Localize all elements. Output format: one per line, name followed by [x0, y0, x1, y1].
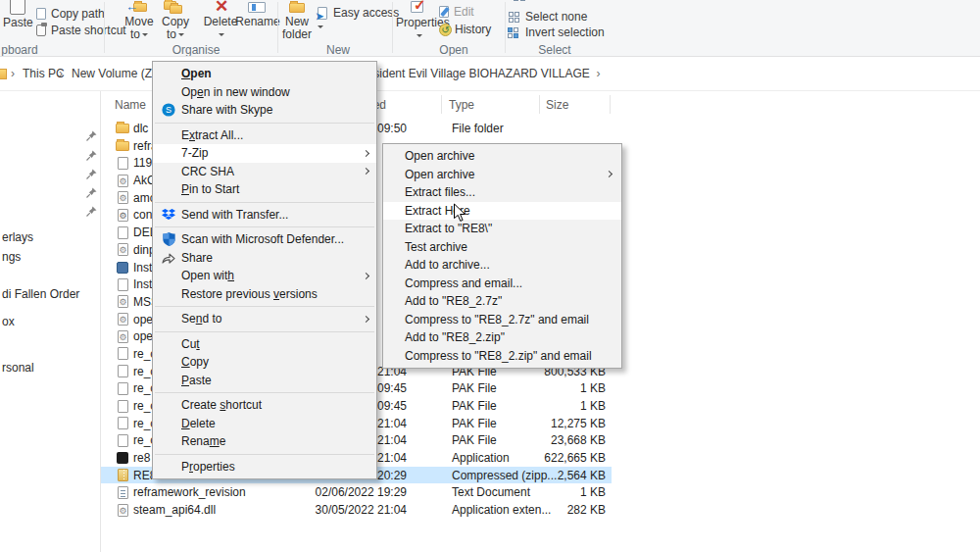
app-icon: [115, 261, 130, 275]
app-icon: [115, 451, 130, 465]
menu-separator: [153, 303, 376, 310]
zip-icon: [115, 469, 130, 482]
breadcrumb-drive[interactable]: New Volume (Z:): [72, 67, 159, 80]
sidebar-item[interactable]: di Fallen Order: [2, 287, 79, 301]
column-header-name[interactable]: Name: [115, 98, 146, 112]
defender-icon: [161, 232, 176, 247]
file-icon: [115, 399, 130, 413]
dll-icon: [115, 174, 130, 187]
history-button[interactable]: ↺ History: [439, 23, 498, 36]
move-to-button[interactable]: ← Move to: [123, 0, 155, 41]
paste-label: Paste: [3, 17, 32, 29]
file-icon: [115, 365, 130, 378]
folder-icon: [0, 69, 7, 79]
dll-icon: [115, 329, 130, 343]
pushpin-icon: [86, 169, 97, 179]
rename-icon: [248, 2, 266, 13]
submenu-item-extract-here[interactable]: Extract Here: [383, 202, 621, 221]
menu-item-delete[interactable]: Delete: [153, 415, 376, 433]
transfer-icon: [161, 207, 176, 222]
table-row[interactable]: steam_api64.dll30/05/2022 21:04Applicati…: [101, 501, 612, 519]
submenu-arrow-icon: [363, 316, 369, 323]
invert-selection-button[interactable]: Invert selection: [508, 25, 615, 39]
copy-to-button[interactable]: Copy to: [160, 0, 191, 41]
sidebar-item[interactable]: erlays: [2, 230, 33, 244]
history-icon: ↺: [439, 24, 452, 36]
properties-button[interactable]: ✓ Properties: [396, 0, 441, 42]
menu-item-send-with-transfer[interactable]: Send with Transfer...: [153, 206, 376, 225]
menu-item-copy[interactable]: Copy: [153, 353, 376, 372]
folder-icon: [115, 122, 130, 135]
menu-separator: [153, 451, 376, 458]
sidebar-item[interactable]: ngs: [2, 250, 21, 264]
submenu-item-add-to-zip[interactable]: Add to "RE8_2.zip": [383, 328, 621, 347]
dll-icon: [115, 243, 130, 257]
menu-item-open-with[interactable]: Open with: [153, 267, 376, 285]
submenu-item-test-archive[interactable]: Test archive: [383, 238, 621, 257]
submenu-item-open-archive[interactable]: Open archive: [383, 147, 621, 166]
table-row[interactable]: reframework_revision02/06/2022 19:29Text…: [101, 483, 612, 501]
pushpin-icon: [86, 150, 97, 161]
select-all-button[interactable]: [514, 0, 529, 4]
menu-item-paste[interactable]: Paste: [153, 372, 376, 390]
delete-button[interactable]: ✕ Delete: [202, 0, 239, 41]
file-icon: [115, 277, 130, 291]
file-type: File folder: [452, 122, 504, 135]
submenu-item-open-archive-as[interactable]: Open archive: [383, 166, 621, 184]
submenu-item-extract-to[interactable]: Extract to "RE8\": [383, 220, 621, 238]
submenu-item-compress-to-zip-email[interactable]: Compress to "RE8_2.zip" and email: [383, 347, 621, 366]
edit-button[interactable]: Edit: [439, 5, 488, 19]
mouse-cursor: [453, 203, 466, 223]
menu-item-scan-with-defender[interactable]: Scan with Microsoft Defender...: [153, 230, 376, 249]
menu-item-create-shortcut[interactable]: Create shortcut: [153, 396, 376, 415]
menu-item-cut[interactable]: Cut: [153, 335, 376, 354]
menu-item-pin-to-start[interactable]: Pin to Start: [153, 180, 376, 199]
menu-item-rename[interactable]: Rename: [153, 432, 376, 451]
select-none-icon: [509, 12, 514, 17]
address-bar[interactable]: › This PC › New Volume (Z:) Resident Evi…: [0, 58, 980, 91]
column-header-size[interactable]: Size: [546, 98, 568, 112]
file-name: re8: [133, 451, 150, 465]
file-icon: [115, 381, 130, 395]
submenu-item-extract-files[interactable]: Extract files...: [383, 183, 621, 202]
new-folder-button[interactable]: New folder: [282, 0, 312, 41]
group-label-new: New: [304, 43, 372, 57]
sidebar-item[interactable]: rsonal: [2, 361, 34, 375]
file-icon: [115, 156, 130, 170]
delete-x-icon: ✕: [215, 0, 228, 14]
column-header-type[interactable]: Type: [449, 98, 474, 112]
menu-item-share-with-skype[interactable]: SShare with Skype: [153, 101, 376, 120]
dll-icon: [115, 313, 130, 326]
menu-item-crc-sha[interactable]: CRC SHA: [153, 163, 376, 181]
menu-item-send-to[interactable]: Send to: [153, 310, 376, 328]
file-name: steam_api64.dll: [133, 503, 216, 517]
submenu-item-add-to-archive[interactable]: Add to archive...: [383, 256, 621, 275]
menu-item-open-in-new-window[interactable]: Open in new window: [153, 83, 376, 102]
breadcrumb-current-folder[interactable]: Resident Evil Village BIOHAZARD VILLAGE …: [359, 67, 601, 80]
dll-icon: [115, 191, 130, 205]
paste-button[interactable]: Paste: [3, 0, 32, 29]
easy-access-button[interactable]: ➤ Easy access: [316, 6, 400, 33]
rename-button[interactable]: Rename: [235, 0, 280, 28]
submenu-item-compress-to-7z-email[interactable]: Compress to "RE8_2.7z" and email: [383, 311, 621, 329]
svg-text:S: S: [166, 105, 172, 115]
menu-item-restore-previous-versions[interactable]: Restore previous versions: [153, 285, 376, 304]
sidebar-item[interactable]: ox: [2, 315, 15, 328]
gear-icon: [115, 208, 130, 222]
select-none-button[interactable]: Select none: [509, 10, 597, 24]
menu-item-7-zip[interactable]: 7-Zip: [153, 144, 376, 163]
file-name: dlc: [133, 122, 148, 135]
submenu-arrow-icon: [606, 171, 612, 177]
text-file-icon: [115, 485, 130, 499]
menu-item-extract-all[interactable]: Extract All...: [153, 126, 376, 145]
pushpin-icon: [86, 206, 97, 217]
menu-item-share[interactable]: Share: [153, 249, 376, 268]
menu-separator: [153, 120, 376, 126]
menu-item-open[interactable]: Open: [153, 65, 376, 83]
submenu-item-add-to-7z[interactable]: Add to "RE8_2.7z": [383, 292, 621, 311]
menu-separator: [153, 199, 376, 206]
dll-icon: [115, 503, 130, 517]
menu-item-properties[interactable]: Properties: [153, 458, 376, 477]
submenu-item-compress-and-email[interactable]: Compress and email...: [383, 275, 621, 293]
group-label-select: Select: [520, 43, 589, 57]
